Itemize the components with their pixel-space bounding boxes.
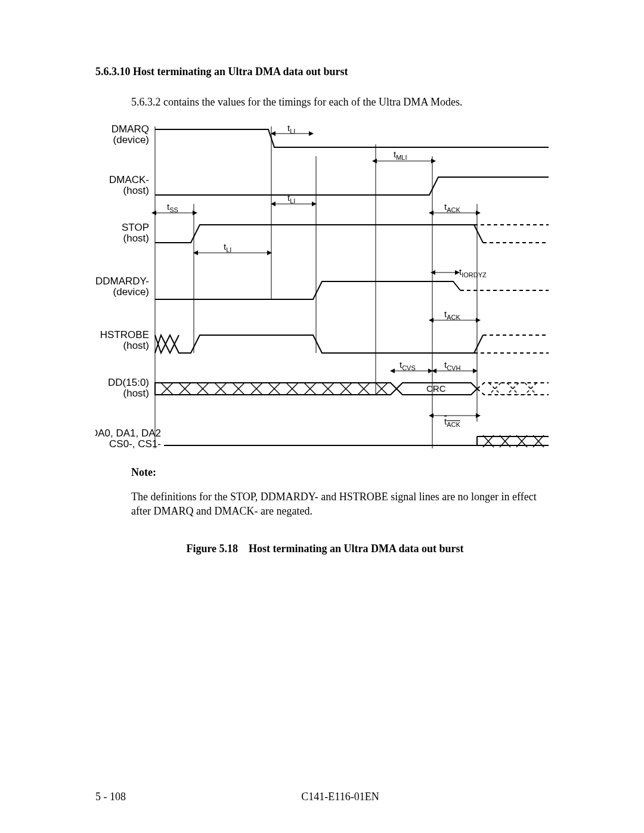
wave-dd [155,383,549,395]
timing-tiordyz-sub: IORDYZ [462,271,487,278]
timing-tcvh-sub: CVH [447,364,460,371]
intro-paragraph: 5.6.3.2 contains the values for the timi… [131,96,555,109]
timing-tli-3-sub: LI [226,246,231,253]
section-heading: 5.6.3.10 Host terminating an Ultra DMA d… [95,66,555,78]
signal-stop-role: (host) [123,233,149,244]
timing-tli-1-sub: LI [290,128,295,135]
svg-text:tACK: tACK [444,309,460,321]
svg-text:tACK: tACK [444,202,460,213]
signal-dd-name: DD(15:0) [108,377,149,388]
svg-text:tIORDYZ: tIORDYZ [459,267,487,278]
wave-ddmardy [155,281,549,299]
wave-dmarq [155,129,549,147]
signal-ddmardy-name: DDMARDY- [95,275,149,287]
svg-text:tCVH: tCVH [444,360,460,371]
timing-diagram: DMARQ (device) DMACK- (host) STOP (host)… [95,120,555,454]
signal-stop-name: STOP [122,222,149,233]
signal-addr-name: DA0, DA1, DA2 [95,428,161,439]
note-heading: Note: [131,466,555,479]
signal-hstrobe-role: (host) [123,340,149,351]
figure-number: Figure 5.18 [186,543,238,555]
signal-hstrobe-name: HSTROBE [100,329,149,340]
wave-hstrobe [155,335,549,353]
signal-dmack-role: (host) [123,185,149,196]
figure-caption: Figure 5.18 Host terminating an Ultra DM… [95,543,555,555]
svg-text:tLI: tLI [287,123,295,135]
signal-dd-role: (host) [123,388,149,399]
timing-tack-2-sub: ACK [447,314,460,321]
footer-doc-id: C141-E116-01EN [95,791,555,803]
timing-tack-1-sub: ACK [447,206,460,213]
svg-text:tLI: tLI [224,241,231,253]
crc-label: CRC [426,383,446,394]
figure-title: Host terminating an Ultra DMA data out b… [249,543,464,555]
wave-stop [155,225,549,243]
wave-dmack [155,177,549,195]
timing-tmli-sub: MLI [396,154,407,161]
signal-dmarq-name: DMARQ [112,123,149,135]
timing-tack-3-sub: ACK [447,421,460,428]
signal-dmarq-role: (device) [113,134,149,145]
timing-tss-sub: SS [169,206,178,213]
section-number: 5.6.3.10 [95,66,131,78]
section-title: Host terminating an Ultra DMA data out b… [133,66,348,78]
timing-tli-2-sub: LI [290,197,295,205]
svg-text:tCVS: tCVS [400,360,416,371]
signal-dmack-name: DMACK- [109,174,149,185]
signal-addr-role: CS0-, CS1- [109,438,161,450]
page-footer: 5 - 108 C141-E116-01EN [95,791,555,803]
footer-page-number: 5 - 108 [95,791,126,803]
timing-tcvs-sub: CVS [402,364,416,371]
note-body: The definitions for the STOP, DDMARDY- a… [131,490,555,519]
svg-text:tSS: tSS [167,202,178,213]
svg-text:tACK: tACK [444,416,460,428]
signal-ddmardy-role: (device) [113,286,149,298]
svg-text:tMLI: tMLI [394,149,407,161]
wave-addr [164,435,549,447]
